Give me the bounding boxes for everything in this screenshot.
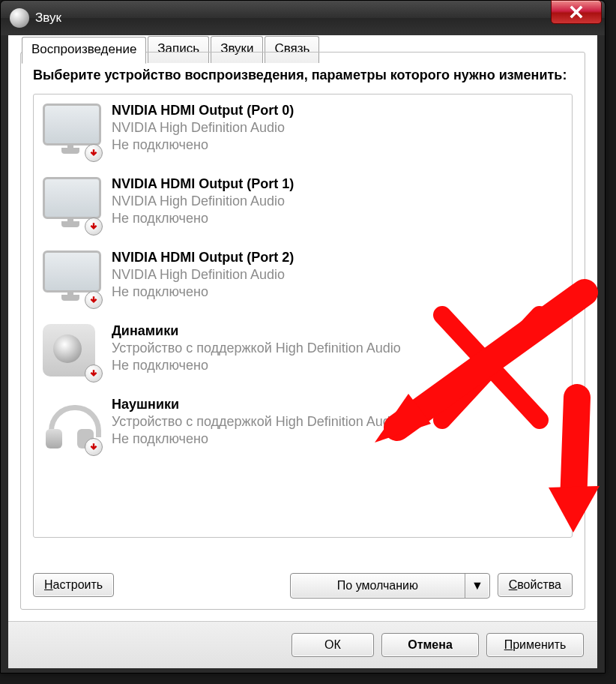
ok-button[interactable]: ОК <box>292 633 374 657</box>
close-button[interactable] <box>551 0 602 24</box>
headphones-icon <box>43 396 101 454</box>
unplugged-badge-icon <box>85 291 103 309</box>
device-name: NVIDIA HDMI Output (Port 1) <box>112 176 294 193</box>
device-row[interactable]: Динамики Устройство с поддержкой High De… <box>34 315 572 388</box>
set-default-button[interactable]: По умолчанию ▼ <box>290 573 490 598</box>
monitor-icon <box>43 249 101 308</box>
device-driver: NVIDIA High Definition Audio <box>112 266 294 284</box>
cancel-button[interactable]: Отмена <box>381 633 479 657</box>
configure-button[interactable]: Настроить <box>33 573 114 597</box>
device-status: Не подключено <box>112 430 401 448</box>
device-name: NVIDIA HDMI Output (Port 0) <box>112 102 294 119</box>
apply-button[interactable]: Применить <box>486 633 584 657</box>
unplugged-badge-icon <box>85 144 103 162</box>
close-icon <box>570 5 583 19</box>
device-name: Наушники <box>112 396 401 413</box>
device-row[interactable]: NVIDIA HDMI Output (Port 2) NVIDIA High … <box>34 242 572 315</box>
unplugged-badge-icon <box>85 218 103 236</box>
device-row[interactable]: NVIDIA HDMI Output (Port 0) NVIDIA High … <box>34 94 572 168</box>
device-name: NVIDIA HDMI Output (Port 2) <box>112 249 294 266</box>
device-driver: Устройство с поддержкой High Definition … <box>112 340 401 357</box>
device-status: Не подключено <box>112 357 401 374</box>
monitor-icon <box>43 176 101 234</box>
speaker-icon <box>43 322 101 381</box>
system-icon <box>10 8 29 28</box>
tab-playback[interactable]: Воспроизведение <box>22 37 146 64</box>
window-title: Звук <box>35 10 61 26</box>
device-name: Динамики <box>112 322 401 340</box>
device-driver: NVIDIA High Definition Audio <box>112 119 294 136</box>
dialog-button-bar: ОК Отмена Применить <box>8 621 597 668</box>
properties-button[interactable]: Свойства <box>498 573 573 597</box>
device-status: Не подключено <box>112 284 294 301</box>
tab-content: Выберите устройство воспроизведения, пар… <box>20 52 585 610</box>
instruction-text: Выберите устройство воспроизведения, пар… <box>33 68 573 83</box>
title-bar[interactable]: Звук <box>1 1 605 35</box>
chevron-down-icon[interactable]: ▼ <box>465 574 489 598</box>
unplugged-badge-icon <box>85 364 103 382</box>
device-row[interactable]: Наушники Устройство с поддержкой High De… <box>34 388 572 462</box>
device-row[interactable]: NVIDIA HDMI Output (Port 1) NVIDIA High … <box>34 168 572 242</box>
sound-dialog: Звук Воспроизведение Запись Звуки Связь … <box>0 0 606 674</box>
device-status: Не подключено <box>112 210 294 227</box>
device-list[interactable]: NVIDIA HDMI Output (Port 0) NVIDIA High … <box>33 94 573 538</box>
device-status: Не подключено <box>112 136 294 154</box>
device-driver: NVIDIA High Definition Audio <box>112 193 294 210</box>
device-driver: Устройство с поддержкой High Definition … <box>112 413 401 430</box>
unplugged-badge-icon <box>85 438 103 456</box>
monitor-icon <box>43 102 101 160</box>
